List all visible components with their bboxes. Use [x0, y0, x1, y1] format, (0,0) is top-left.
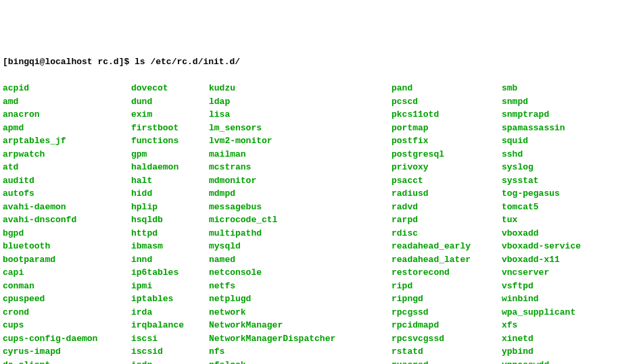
file-entry: netconsole: [209, 266, 391, 280]
file-entry: httpd: [131, 227, 209, 240]
file-entry: netplugd: [209, 292, 391, 306]
file-entry: named: [209, 253, 391, 267]
file-entry: squid: [502, 134, 581, 148]
file-entry: vboxadd: [502, 227, 581, 240]
file-entry: winbind: [502, 292, 581, 306]
file-entry: avahi-daemon: [3, 201, 131, 214]
file-entry: mailman: [209, 148, 391, 161]
file-entry: bootparamd: [3, 253, 131, 267]
column-5: smbsnmpdsnmptrapdspamassassinsquidsshdsy…: [502, 82, 581, 364]
file-entry: ypbind: [502, 345, 581, 359]
file-entry: iscsid: [131, 345, 209, 359]
file-entry: exim: [131, 108, 209, 122]
file-entry: cups: [3, 319, 131, 332]
file-entry: kudzu: [209, 82, 391, 95]
file-entry: tux: [502, 213, 581, 227]
file-entry: dc_client: [3, 359, 131, 365]
file-entry: vboxadd-service: [502, 240, 581, 253]
file-entry: isdn: [131, 359, 209, 365]
file-entry: rpcsvcgssd: [391, 332, 502, 346]
file-entry: arpwatch: [3, 148, 131, 161]
file-entry: hidd: [131, 187, 209, 201]
file-entry: cpuspeed: [3, 292, 131, 306]
file-entry: ibmasm: [131, 240, 209, 253]
file-entry: mdmonitor: [209, 174, 391, 188]
file-entry: gpm: [131, 148, 209, 161]
file-entry: ripngd: [391, 292, 502, 306]
file-entry: nfslock: [209, 359, 391, 365]
file-entry: innd: [131, 253, 209, 267]
file-entry: vncserver: [502, 266, 581, 280]
file-entry: amd: [3, 95, 131, 109]
file-entry: restorecond: [391, 266, 502, 280]
file-entry: ripd: [391, 280, 502, 293]
file-entry: NetworkManager: [209, 319, 391, 332]
file-entry: functions: [131, 134, 209, 148]
file-entry: rstatd: [391, 345, 502, 359]
column-2: dovecotdundeximfirstbootfunctionsgpmhald…: [131, 82, 209, 364]
file-entry: radvd: [391, 201, 502, 214]
file-entry: readahead_later: [391, 253, 502, 267]
file-entry: ldap: [209, 95, 391, 109]
file-entry: privoxy: [391, 161, 502, 174]
file-entry: syslog: [502, 161, 581, 174]
file-entry: multipathd: [209, 227, 391, 240]
file-entry: xfs: [502, 319, 581, 332]
file-entry: rarpd: [391, 213, 502, 227]
file-entry: messagebus: [209, 201, 391, 214]
file-entry: snmptrapd: [502, 108, 581, 122]
file-entry: ip6tables: [131, 266, 209, 280]
file-entry: cyrus-imapd: [3, 345, 131, 359]
file-entry: ipmi: [131, 280, 209, 293]
ls-output: acpidamdanacronapmdarptables_jfarpwatcha…: [3, 82, 615, 364]
file-entry: cups-config-daemon: [3, 332, 131, 346]
file-entry: postfix: [391, 134, 502, 148]
file-entry: vsftpd: [502, 280, 581, 293]
file-entry: crond: [3, 306, 131, 319]
file-entry: rpcgssd: [391, 306, 502, 319]
file-entry: halt: [131, 174, 209, 188]
file-entry: psacct: [391, 174, 502, 188]
file-entry: pcscd: [391, 95, 502, 109]
file-entry: nfs: [209, 345, 391, 359]
file-entry: acpid: [3, 82, 131, 95]
column-1: acpidamdanacronapmdarptables_jfarpwatcha…: [3, 82, 131, 364]
file-entry: vboxadd-x11: [502, 253, 581, 267]
file-entry: rpcidmapd: [391, 319, 502, 332]
file-entry: microcode_ctl: [209, 213, 391, 227]
file-entry: mysqld: [209, 240, 391, 253]
file-entry: postgresql: [391, 148, 502, 161]
file-entry: xinetd: [502, 332, 581, 346]
file-entry: readahead_early: [391, 240, 502, 253]
file-entry: bgpd: [3, 227, 131, 240]
file-entry: rusersd: [391, 359, 502, 365]
column-4: pandpcscdpkcs11otdportmappostfixpostgres…: [391, 82, 502, 364]
file-entry: mcstrans: [209, 161, 391, 174]
file-entry: pkcs11otd: [391, 108, 502, 122]
file-entry: netfs: [209, 280, 391, 293]
file-entry: dovecot: [131, 82, 209, 95]
file-entry: sshd: [502, 148, 581, 161]
file-entry: arptables_jf: [3, 134, 131, 148]
file-entry: irda: [131, 306, 209, 319]
file-entry: NetworkManagerDispatcher: [209, 332, 391, 346]
shell-prompt: [bingqi@localhost rc.d]$ ls /etc/rc.d/in…: [3, 55, 615, 69]
column-3: kudzuldaplisalm_sensorslvm2-monitormailm…: [209, 82, 391, 364]
file-entry: autofs: [3, 187, 131, 201]
file-entry: iscsi: [131, 332, 209, 346]
file-entry: tog-pegasus: [502, 187, 581, 201]
file-entry: irqbalance: [131, 319, 209, 332]
file-entry: lvm2-monitor: [209, 134, 391, 148]
file-entry: firstboot: [131, 122, 209, 135]
file-entry: atd: [3, 161, 131, 174]
file-entry: capi: [3, 266, 131, 280]
file-entry: auditd: [3, 174, 131, 188]
file-entry: lm_sensors: [209, 122, 391, 135]
file-entry: smb: [502, 82, 581, 95]
file-entry: dund: [131, 95, 209, 109]
file-entry: network: [209, 306, 391, 319]
file-entry: hplip: [131, 201, 209, 214]
file-entry: conman: [3, 280, 131, 293]
file-entry: mdmpd: [209, 187, 391, 201]
file-entry: apmd: [3, 122, 131, 135]
